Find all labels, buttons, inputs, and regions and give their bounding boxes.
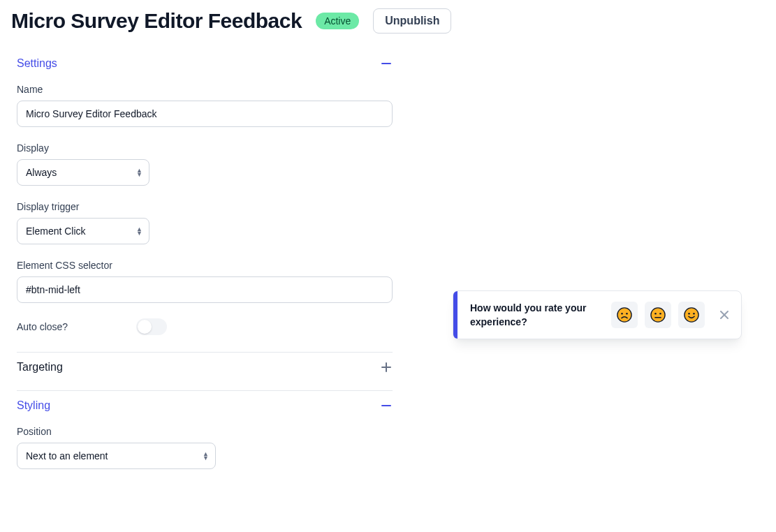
autoclose-label: Auto close?: [17, 321, 68, 332]
position-label: Position: [17, 426, 393, 437]
settings-panel: Settings Name Display Always: [0, 34, 409, 524]
name-input[interactable]: [17, 101, 393, 127]
section-targeting-title: Targeting: [17, 361, 63, 374]
happy-face-icon: [684, 307, 699, 323]
section-settings-header[interactable]: Settings: [17, 57, 393, 70]
section-styling-header[interactable]: Styling: [17, 399, 393, 412]
selector-label: Element CSS selector: [17, 260, 393, 271]
svg-point-8: [654, 313, 657, 315]
svg-point-7: [651, 308, 665, 322]
field-position: Position Next to an element ▲▼: [17, 426, 393, 469]
selector-input[interactable]: [17, 276, 393, 303]
minus-icon: [380, 399, 393, 412]
minus-icon: [380, 57, 393, 70]
close-icon: [719, 310, 729, 320]
svg-point-9: [659, 313, 661, 315]
survey-accent-bar: [453, 291, 457, 339]
survey-widget: How would you rate your experience?: [453, 290, 742, 339]
unpublish-button[interactable]: Unpublish: [373, 8, 451, 34]
name-label: Name: [17, 84, 393, 95]
trigger-label: Display trigger: [17, 201, 393, 212]
field-autoclose: Auto close?: [17, 318, 393, 335]
section-targeting-header[interactable]: Targeting: [17, 361, 393, 374]
settings-scroll[interactable]: Settings Name Display Always: [0, 34, 409, 524]
svg-point-11: [685, 308, 698, 322]
field-display: Display Always ▲▼: [17, 142, 393, 186]
display-label: Display: [17, 142, 393, 154]
survey-question: How would you rate your experience?: [467, 301, 601, 329]
page-title: Micro Survey Editor Feedback: [11, 9, 302, 33]
autoclose-toggle[interactable]: [136, 318, 167, 335]
app-root: Micro Survey Editor Feedback Active Unpu…: [0, 0, 776, 532]
emoji-happy-button[interactable]: [678, 302, 705, 328]
svg-point-5: [621, 313, 623, 315]
survey-close-button[interactable]: [717, 308, 731, 322]
neutral-face-icon: [650, 307, 666, 323]
svg-point-6: [626, 313, 628, 315]
svg-point-4: [617, 308, 631, 322]
page-body: Settings Name Display Always: [0, 34, 776, 524]
display-select[interactable]: Always: [17, 159, 149, 186]
status-badge: Active: [316, 13, 359, 29]
preview-pane: How would you rate your experience?: [409, 34, 776, 524]
section-settings: Settings Name Display Always: [17, 49, 393, 353]
field-selector: Element CSS selector: [17, 260, 393, 303]
section-targeting: Targeting: [17, 353, 393, 391]
field-trigger: Display trigger Element Click ▲▼: [17, 201, 393, 244]
plus-icon: [380, 361, 393, 374]
emoji-sad-button[interactable]: [611, 302, 638, 328]
position-select[interactable]: Next to an element: [17, 443, 216, 469]
svg-point-13: [693, 313, 695, 315]
section-styling-title: Styling: [17, 399, 50, 412]
field-name: Name: [17, 84, 393, 127]
svg-point-12: [688, 313, 690, 315]
trigger-select[interactable]: Element Click: [17, 218, 149, 244]
page-header: Micro Survey Editor Feedback Active Unpu…: [0, 0, 776, 34]
section-settings-title: Settings: [17, 57, 57, 70]
emoji-neutral-button[interactable]: [645, 302, 671, 328]
section-styling: Styling Position Next to an element: [17, 391, 393, 469]
toggle-knob: [138, 320, 152, 334]
sad-face-icon: [617, 307, 632, 323]
emoji-rating-row: [611, 302, 705, 328]
